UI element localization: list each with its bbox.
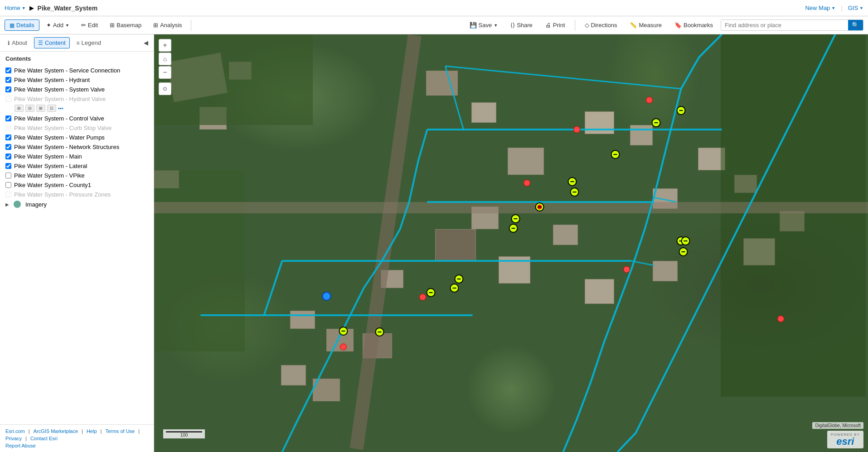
zoom-in-button[interactable]: + [159,39,171,52]
footer-link-4[interactable]: Privacy [5,436,22,441]
toolbar-separator-1 [191,20,191,31]
imagery-layer-item[interactable]: ▶ Imagery [5,199,148,209]
basemap-icon: ⊞ [110,22,115,29]
layer-checkbox-system-valve[interactable] [5,87,11,92]
layer-checkbox-control-valve[interactable] [5,115,11,121]
layer-checkbox-vpike[interactable] [5,173,11,178]
analysis-icon: ⊞ [153,22,158,29]
footer-link-1[interactable]: ArcGIS Marketplace [34,428,78,434]
layer-checkbox-water-pumps[interactable] [5,135,11,140]
layer-checkbox-network-structures[interactable] [5,144,11,150]
green-area-3 [154,34,313,125]
home-extent-button[interactable]: ⌂ [159,53,171,65]
scale-label: 100 [180,433,188,438]
layer-checkbox-lateral[interactable] [5,163,11,169]
share-button[interactable]: ⟨⟩ Share [505,19,538,31]
footer-link-3[interactable]: Terms of Use [105,428,135,434]
layer-sub-icons-hydrant-valve: ⊞⊟⊠⊡••• [5,104,148,114]
content-tab-label: Content [45,39,66,46]
content-icon: ☰ [38,40,43,46]
layer-item-curb-stop-valve[interactable]: Pike Water System - Curb Stop Valve [5,123,148,133]
layer-checkbox-county1[interactable] [5,182,11,188]
home-button[interactable]: Home ▼ [5,5,26,11]
layer-item-water-pumps[interactable]: Pike Water System - Water Pumps [5,133,148,142]
details-button[interactable]: ▦ Details [5,19,39,31]
analysis-button[interactable]: ⊞ Analysis [148,19,187,31]
footer-link-0[interactable]: Esri.com [5,428,25,434]
analysis-label: Analysis [160,22,182,29]
layer-item-service-connection[interactable]: Pike Water System - Service Connection [5,66,148,75]
imagery-expand-icon: ▶ [5,202,9,207]
building-25 [281,365,306,385]
gis-button[interactable]: GIS ▼ [848,5,863,11]
building-8 [585,111,614,134]
map-area[interactable]: + ⌂ − ⊙ 100 DigitalGlobe, Microsoft POWE… [154,34,868,452]
green-area-1 [154,170,245,351]
bookmarks-button[interactable]: 🔖 Bookmarks [669,19,718,31]
layer-checkbox-curb-stop-valve[interactable] [5,125,11,131]
print-button[interactable]: 🖨 Print [540,19,570,31]
footer-separator: | [138,428,140,434]
footer-separator: | [101,428,102,434]
layer-item-network-structures[interactable]: Pike Water System - Network Structures [5,142,148,152]
new-map-button[interactable]: New Map ▼ [805,5,835,11]
breadcrumb-separator: ▶ [29,5,34,11]
layer-label-main: Pike Water System - Main [14,153,82,160]
layer-item-hydrant[interactable]: Pike Water System - Hydrant [5,75,148,85]
save-button[interactable]: 💾 Save ▼ [465,19,503,31]
footer-link-2[interactable]: Help [87,428,97,434]
layer-sub-icon[interactable]: ⊠ [36,105,45,112]
layer-item-control-valve[interactable]: Pike Water System - Control Valve [5,114,148,123]
layer-sub-icon[interactable]: ⊡ [47,105,56,112]
layer-label-hydrant: Pike Water System - Hydrant [14,77,90,83]
layer-checkbox-pressure-zones[interactable] [5,192,11,197]
edit-button[interactable]: ✏ Edit [76,19,103,31]
zoom-out-button[interactable]: − [159,66,171,79]
locate-button[interactable]: ⊙ [159,82,171,95]
layer-sub-icon[interactable]: ⊟ [25,105,34,112]
building-16 [326,329,354,351]
footer-links: Esri.com | ArcGIS Marketplace | Help | T… [5,428,148,441]
layer-label-system-valve: Pike Water System - System Valve [14,86,105,93]
layer-checkbox-main[interactable] [5,154,11,159]
report-abuse-link[interactable]: Report Abuse [5,443,36,448]
basemap-button[interactable]: ⊞ Basemap [105,19,146,31]
road-horizontal [154,202,868,213]
layer-item-system-valve[interactable]: Pike Water System - System Valve [5,85,148,94]
tab-content[interactable]: ☰ Content [34,37,70,48]
measure-button[interactable]: 📏 Measure [625,19,667,31]
layer-item-county1[interactable]: Pike Water System - County1 [5,180,148,190]
basemap-label: Basemap [116,22,141,29]
layer-checkbox-hydrant[interactable] [5,77,11,83]
gis-dropdown-icon: ▼ [859,6,863,10]
imagery-label: Imagery [25,201,47,208]
map-title: Pike_Water_System [38,5,98,12]
layer-sub-more[interactable]: ••• [58,106,63,111]
layer-checkbox-hydrant-valve[interactable] [5,96,11,102]
footer-separator: | [25,436,27,441]
tab-legend[interactable]: ≡ Legend [73,37,105,48]
share-label: Share [517,22,533,29]
directions-button[interactable]: ◇ Directions [580,19,622,31]
attribution-text: DigitalGlobe, Microsoft [812,422,863,429]
add-label: Add [53,22,63,29]
sidebar-collapse-button[interactable]: ◀ [142,38,150,48]
search-button[interactable]: 🔍 [848,20,863,30]
layer-item-lateral[interactable]: Pike Water System - Lateral [5,161,148,171]
footer-separator: | [82,428,83,434]
footer-link-5[interactable]: Contact Esri [30,436,58,441]
measure-label: Measure [639,22,662,29]
save-label: Save [479,22,492,29]
building-10 [435,229,476,261]
add-button[interactable]: ✦ Add ▼ [41,19,74,31]
building-5 [471,102,496,123]
layer-item-vpike[interactable]: Pike Water System - VPike [5,171,148,180]
layer-item-pressure-zones[interactable]: Pike Water System - Pressure Zones [5,190,148,199]
layer-checkbox-service-connection[interactable] [5,67,11,73]
layer-item-main[interactable]: Pike Water System - Main [5,152,148,161]
search-input[interactable] [721,20,848,30]
layer-item-hydrant-valve[interactable]: Pike Water System - Hydrant Valve [5,94,148,104]
edit-icon: ✏ [81,22,86,29]
layer-sub-icon[interactable]: ⊞ [15,105,24,112]
tab-about[interactable]: ℹ About [4,37,31,48]
